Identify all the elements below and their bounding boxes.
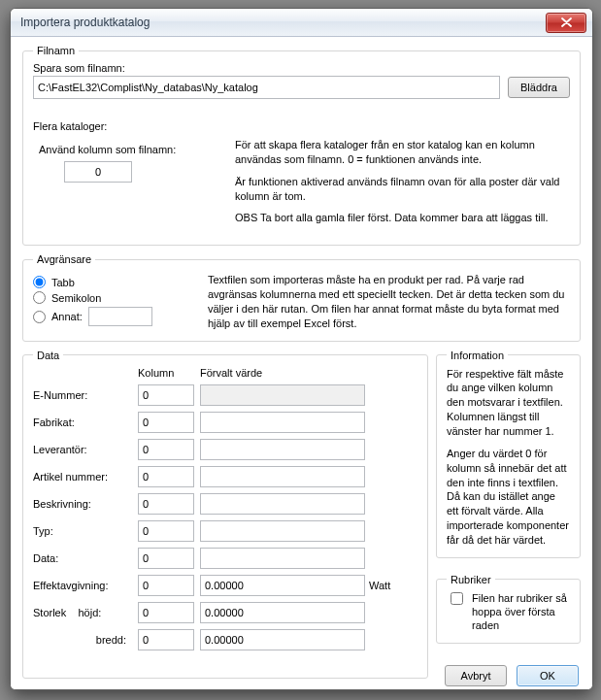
legend-data: Data [33, 350, 63, 361]
cancel-button[interactable]: Avbryt [445, 665, 507, 686]
label-effekt: Effektavgivning: [33, 580, 130, 591]
group-avgransare: Avgränsare Tabb Semikolon An [22, 253, 581, 341]
header-kolumn: Kolumn [138, 367, 192, 379]
col-artikel[interactable] [138, 466, 194, 487]
checkbox-has-headers-label: Filen har rubriker så hoppa över första … [472, 591, 570, 633]
val-effekt[interactable] [200, 575, 365, 596]
dialog-window: Importera produktkatalog Filnamn Spara s… [10, 8, 593, 690]
use-column-label: Använd kolumn som filnamn: [39, 144, 227, 155]
col-bredd[interactable] [138, 629, 194, 650]
checkbox-has-headers[interactable] [451, 592, 463, 605]
label-hojd: Storlek höjd: [33, 607, 130, 618]
val-fabrikat[interactable] [200, 412, 365, 433]
ok-button[interactable]: OK [517, 665, 579, 686]
flera-para-3: OBS Ta bort alla gamla filer först. Data… [235, 211, 570, 225]
label-fabrikat: Fabrikat: [33, 417, 130, 428]
info-para-2: Anger du värdet 0 för kolumn så innebär … [447, 447, 570, 548]
radio-semikolon-label: Semikolon [51, 292, 101, 304]
val-data[interactable] [200, 548, 365, 569]
client-area: Filnamn Spara som filnamn: Bläddra Flera… [11, 37, 592, 689]
group-flera-kataloger: Flera kataloger: Använd kolumn som filna… [33, 113, 570, 235]
legend-rubriker: Rubriker [447, 574, 495, 585]
browse-button[interactable]: Bläddra [508, 77, 570, 98]
label-data: Data: [33, 552, 130, 564]
save-as-path-input[interactable] [33, 76, 500, 99]
radio-tabb-label: Tabb [51, 277, 75, 288]
val-typ[interactable] [200, 520, 365, 542]
label-enummer: E-Nummer: [33, 389, 130, 401]
legend-avgr: Avgränsare [33, 253, 95, 265]
close-button[interactable] [546, 13, 586, 33]
radio-annat[interactable] [33, 311, 46, 323]
col-effekt[interactable] [138, 575, 194, 596]
val-beskrivning[interactable] [200, 493, 365, 515]
legend-info: Information [447, 350, 508, 361]
flera-para-1: För att skapa flera kataloger från en st… [235, 138, 570, 167]
val-leverantor[interactable] [200, 439, 365, 460]
info-para-1: För respektive fält måste du ange vilken… [447, 367, 570, 439]
col-typ[interactable] [138, 520, 194, 542]
col-fabrikat[interactable] [138, 412, 194, 433]
radio-tabb[interactable] [33, 276, 46, 288]
unit-watt: Watt [369, 580, 417, 591]
group-data: Data Kolumn Förvalt värde E-Nummer: Fabr… [22, 350, 428, 679]
col-hojd[interactable] [138, 602, 194, 623]
label-typ: Typ: [33, 525, 130, 537]
val-bredd[interactable] [200, 629, 365, 650]
label-bredd: bredd: [33, 634, 130, 646]
group-rubriker: Rubriker Filen har rubriker så hoppa öve… [436, 574, 581, 644]
legend-filnamn: Filnamn [33, 45, 79, 56]
val-artikel[interactable] [200, 466, 365, 487]
group-filnamn: Filnamn Spara som filnamn: Bläddra Flera… [22, 45, 581, 246]
val-enummer[interactable] [200, 384, 365, 406]
annat-input[interactable] [88, 307, 152, 326]
use-column-input[interactable] [64, 161, 132, 183]
flera-para-2: Är funktionen aktiverad används filnamn … [235, 175, 570, 204]
label-beskrivning: Beskrivning: [33, 498, 130, 510]
header-forvalt: Förvalt värde [200, 367, 361, 379]
radio-annat-label: Annat: [51, 311, 83, 322]
save-as-label: Spara som filnamn: [33, 62, 125, 74]
avgr-description: Textfilen som importeras måste ha en pro… [208, 271, 570, 330]
close-icon [561, 17, 572, 27]
col-enummer[interactable] [138, 384, 194, 406]
group-information: Information För respektive fält måste du… [436, 350, 581, 558]
col-leverantor[interactable] [138, 439, 194, 460]
col-beskrivning[interactable] [138, 493, 194, 515]
val-hojd[interactable] [200, 602, 365, 623]
window-title: Importera produktkatalog [20, 16, 150, 29]
col-data[interactable] [138, 548, 194, 569]
label-leverantor: Leverantör: [33, 444, 130, 455]
radio-semikolon[interactable] [33, 291, 46, 304]
title-bar: Importera produktkatalog [11, 9, 592, 37]
legend-flera: Flera kataloger: [33, 120, 570, 132]
label-artikel: Artikel nummer: [33, 471, 130, 483]
